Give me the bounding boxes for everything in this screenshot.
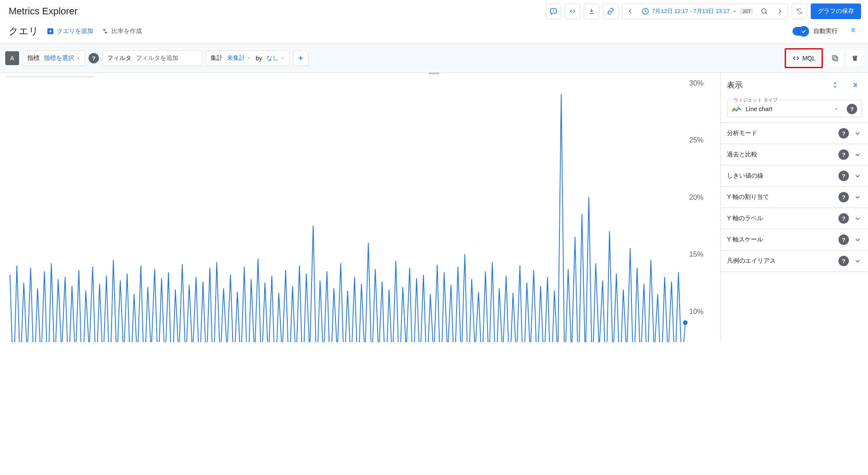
svg-rect-5: [834, 57, 838, 61]
agg-label: 集計: [210, 54, 223, 62]
chevron-down-icon: [853, 150, 862, 159]
collapse-panel-button[interactable]: [846, 77, 862, 93]
query-title: クエリ: [9, 25, 39, 38]
help-icon[interactable]: ?: [838, 149, 849, 160]
download-button[interactable]: [584, 3, 599, 19]
drag-handle-icon[interactable]: [429, 73, 439, 74]
widget-type-caption: ウィジェット タイプ: [732, 97, 779, 103]
delete-query-button[interactable]: [847, 50, 863, 66]
svg-text:15%: 15%: [689, 250, 704, 258]
by-label: by: [256, 55, 262, 62]
save-chart-button[interactable]: グラフの保存: [811, 3, 861, 19]
filter-placeholder: フィルタを追加: [136, 54, 178, 62]
query-header-row: クエリ クエリを追加 比率を作成 自動実行: [0, 23, 868, 43]
filter-field[interactable]: フィルタ フィルタを追加: [102, 50, 202, 66]
autorun-toggle[interactable]: [792, 27, 809, 36]
autorefresh-off-button[interactable]: [792, 3, 807, 19]
filter-label: フィルタ: [107, 54, 132, 62]
svg-point-14: [683, 320, 687, 325]
display-option-row[interactable]: しきい値の線?: [721, 165, 868, 187]
dropdown-icon: [834, 106, 839, 112]
display-option-row[interactable]: Y 軸のラベル?: [721, 208, 868, 229]
svg-rect-6: [832, 56, 836, 59]
display-option-label: 過去と比較: [727, 151, 834, 158]
mql-label: MQL: [802, 55, 815, 62]
link-button[interactable]: [603, 3, 618, 19]
autorun-toggle-group: 自動実行: [792, 27, 838, 36]
chevron-down-icon: [853, 235, 862, 244]
mql-button[interactable]: MQL: [787, 50, 821, 66]
svg-point-2: [762, 9, 766, 13]
chevron-down-icon: [853, 129, 862, 138]
display-option-row[interactable]: 分析モード?: [721, 123, 868, 144]
code-button[interactable]: [565, 3, 580, 19]
page-title: Metrics Explorer: [9, 6, 78, 17]
view-tabs: グラフ テーブル 両方: [6, 76, 95, 77]
add-query-button[interactable]: クエリを追加: [46, 27, 93, 35]
autorun-label: 自動実行: [813, 27, 838, 35]
time-prev-button[interactable]: [622, 3, 638, 19]
help-icon[interactable]: ?: [838, 128, 849, 139]
tab-chart[interactable]: グラフ: [7, 77, 36, 77]
display-option-label: 凡例のエイリアス: [727, 257, 834, 265]
metric-field[interactable]: 指標 指標を選択: [23, 50, 85, 66]
display-option-label: Y 軸スケール: [727, 236, 834, 244]
display-side-panel: 表示 ウィジェット タイプ Line chart ? 分析モード?過去と比較?し…: [720, 73, 868, 342]
help-icon[interactable]: ?: [838, 192, 849, 202]
svg-text:10%: 10%: [689, 307, 704, 315]
agg-selector[interactable]: 未集計: [227, 54, 251, 62]
chevron-down-icon: [853, 257, 862, 265]
metric-label: 指標: [27, 54, 39, 62]
chevron-down-icon: [853, 172, 862, 180]
display-options-accordion: 分析モード?過去と比較?しきい値の線?Y 軸の割り当て?Y 軸のラベル?Y 軸ス…: [721, 122, 868, 272]
by-selector[interactable]: なし: [266, 54, 285, 62]
help-icon[interactable]: ?: [838, 171, 849, 181]
display-option-row[interactable]: 凡例のエイリアス?: [721, 251, 868, 272]
widget-type-field[interactable]: ウィジェット タイプ Line chart ?: [727, 100, 862, 117]
display-option-label: 分析モード: [727, 129, 834, 137]
duplicate-query-button[interactable]: [827, 50, 843, 66]
add-filter-button[interactable]: +: [293, 50, 309, 66]
add-query-label: クエリを追加: [57, 27, 93, 35]
aggregation-field[interactable]: 集計 未集計 by なし: [206, 50, 289, 66]
chart-canvas[interactable]: 0%5%10%15%20%25%30%UTC+914:0016:0018:002…: [6, 79, 715, 342]
display-option-row[interactable]: Y 軸スケール?: [721, 229, 868, 251]
widget-type-value: Line chart: [746, 106, 829, 112]
metric-selector[interactable]: 指標を選択: [44, 54, 80, 62]
time-search-button[interactable]: [756, 3, 772, 19]
display-option-row[interactable]: Y 軸の割り当て?: [721, 187, 868, 208]
svg-text:30%: 30%: [689, 79, 704, 87]
tab-both[interactable]: 両方: [71, 77, 95, 77]
line-chart-icon: [732, 106, 741, 112]
metric-help-icon[interactable]: ?: [89, 53, 99, 63]
query-builder-bar: A 指標 指標を選択 ? フィルタ フィルタを追加 集計 未集計 by なし +…: [0, 43, 868, 73]
display-option-label: Y 軸の割り当て: [727, 193, 834, 201]
expand-y-button[interactable]: [827, 77, 843, 93]
mql-highlight-box: MQL: [785, 48, 823, 68]
create-ratio-button[interactable]: 比率を作成: [101, 27, 142, 35]
collapse-queries-button[interactable]: [845, 23, 861, 39]
widget-type-help-icon[interactable]: ?: [847, 104, 857, 114]
svg-text:20%: 20%: [689, 193, 704, 201]
help-icon[interactable]: ?: [838, 213, 849, 224]
chevron-down-icon: [853, 214, 862, 223]
main-area: グラフ テーブル 両方 0%5%10%15%20%25%30%UTC+914:0…: [0, 73, 868, 342]
time-range-button[interactable]: 7月12日 12:17 - 7月13日 13:17 JST: [638, 7, 756, 15]
chevron-down-icon: [853, 193, 862, 201]
time-range-text: 7月12日 12:17 - 7月13日 13:17: [652, 7, 730, 15]
timezone-chip: JST: [740, 8, 753, 14]
feedback-button[interactable]: [546, 3, 561, 19]
display-option-label: しきい値の線: [727, 172, 834, 180]
sidepanel-title: 表示: [727, 80, 824, 90]
svg-text:25%: 25%: [689, 136, 704, 144]
series-letter-chip[interactable]: A: [5, 51, 19, 65]
time-range-picker: 7月12日 12:17 - 7月13日 13:17 JST: [622, 3, 788, 19]
display-option-row[interactable]: 過去と比較?: [721, 144, 868, 165]
top-toolbar: Metrics Explorer 7月12日 12:17 - 7月13日 13:…: [0, 0, 868, 23]
help-icon[interactable]: ?: [838, 234, 849, 245]
tab-table[interactable]: テーブル: [36, 77, 71, 77]
display-option-label: Y 軸のラベル: [727, 214, 834, 222]
time-next-button[interactable]: [772, 3, 788, 19]
help-icon[interactable]: ?: [838, 256, 849, 266]
chart-pane: グラフ テーブル 両方 0%5%10%15%20%25%30%UTC+914:0…: [0, 73, 720, 342]
